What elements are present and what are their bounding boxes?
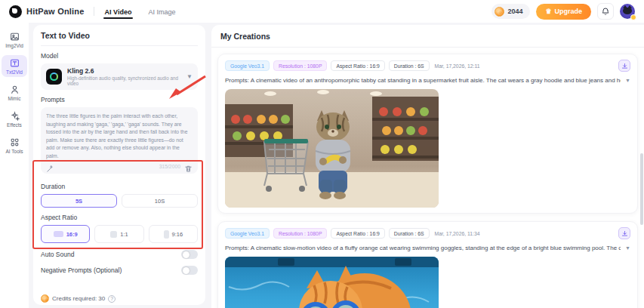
sidebar-item-mimic[interactable]: Mimic xyxy=(2,82,27,103)
vip-badge-icon xyxy=(630,14,636,20)
aspect-label-text: 9:16 xyxy=(172,231,183,238)
landscape-ratio-icon xyxy=(54,231,63,237)
creation-card: Google Veo3.1 Resolution : 1080P Aspect … xyxy=(217,221,638,308)
model-select[interactable]: Kling 2.6 High-definition audio quality,… xyxy=(41,63,198,90)
aspect-option-9-16[interactable]: 9:16 xyxy=(149,225,198,243)
negative-prompts-label: Negative Prompts (Optional) xyxy=(41,266,122,274)
panel-title: Text to Video xyxy=(41,31,198,46)
prompt-textarea[interactable]: The three little figures in the palm int… xyxy=(41,107,198,174)
brand-name: HitPaw Online xyxy=(26,7,85,16)
video-thumbnail-pool-cat[interactable] xyxy=(225,257,439,308)
sidebar-label: Txt2Vid xyxy=(6,69,23,75)
sidebar-label: Img2Vid xyxy=(5,43,23,48)
download-icon xyxy=(621,230,628,237)
aspect-label-text: 1:1 xyxy=(120,231,128,238)
sidebar-label: AI Tools xyxy=(5,149,23,154)
creation-date: Mar, 17,2026, 11:34 xyxy=(435,231,480,236)
download-button[interactable] xyxy=(618,227,630,239)
square-ratio-icon xyxy=(110,231,117,238)
sidebar-item-ai-tools[interactable]: AI Tools xyxy=(2,134,27,156)
text-to-video-panel: Text to Video Model Kling 2.6 High-defin… xyxy=(33,25,205,305)
creation-prompt: Prompts: A cinematic slow-motion video o… xyxy=(225,245,621,251)
duration-option-10s[interactable]: 10S xyxy=(122,194,198,208)
kling-model-icon xyxy=(46,69,62,85)
effects-icon xyxy=(10,111,20,121)
video-thumbnail-supermarket-cat[interactable] xyxy=(225,89,439,208)
tab-ai-image[interactable]: AI Image xyxy=(146,2,177,20)
aspect-option-1-1[interactable]: 1:1 xyxy=(94,225,143,243)
crown-icon: ♛ xyxy=(545,8,551,15)
sidebar-item-effects[interactable]: Effects xyxy=(2,108,27,130)
char-counter: 315/2000 xyxy=(159,164,180,169)
img2vid-icon xyxy=(10,32,20,42)
negative-prompts-toggle[interactable] xyxy=(181,266,198,275)
aspect-ratio-tag: Aspect Ratio : 16:9 xyxy=(331,228,384,239)
aspect-option-16-9[interactable]: 16:9 xyxy=(41,225,90,243)
mimic-icon xyxy=(10,85,20,94)
duration-tag: Duration : 6S xyxy=(389,228,430,239)
chevron-down-icon[interactable]: ▼ xyxy=(625,78,630,83)
vertical-scrollbar[interactable] xyxy=(640,153,643,225)
my-creations-title: My Creations xyxy=(211,25,644,48)
notifications-button[interactable] xyxy=(597,3,614,20)
trash-icon[interactable] xyxy=(184,162,193,171)
model-tag: Google Veo3.1 xyxy=(225,228,270,239)
auto-sound-toggle[interactable] xyxy=(181,250,198,259)
model-label: Model xyxy=(41,52,198,60)
sidebar-label: Effects xyxy=(7,122,22,128)
header-divider xyxy=(94,7,94,16)
auto-sound-label: Auto Sound xyxy=(41,251,74,258)
model-description: High-definition audio quality, synchroni… xyxy=(67,75,181,86)
tab-ai-video[interactable]: AI Video xyxy=(103,2,134,20)
credits-value: 2044 xyxy=(507,8,522,15)
resolution-tag: Resolution : 1080P xyxy=(273,228,327,239)
aspect-ratio-label: Aspect Ratio xyxy=(41,214,198,221)
credits-balance[interactable]: 2044 xyxy=(491,4,530,19)
portrait-ratio-icon xyxy=(164,230,169,239)
prompts-label: Prompts xyxy=(41,96,198,103)
sidebar-item-txt2vid[interactable]: Txt2Vid xyxy=(2,55,27,77)
duration-label: Duration xyxy=(41,183,198,190)
prompt-text: The three little figures in the palm int… xyxy=(46,112,193,161)
download-button[interactable] xyxy=(618,60,630,72)
creation-card: Google Veo3.1 Resolution : 1080P Aspect … xyxy=(217,54,638,214)
creation-prompt: Prompts: A cinematic video of an anthrop… xyxy=(225,77,621,84)
aspect-ratio-tag: Aspect Ratio : 16:9 xyxy=(331,60,384,71)
avatar-cat-image xyxy=(623,8,632,14)
model-tag: Google Veo3.1 xyxy=(225,60,270,71)
coin-icon xyxy=(495,7,504,17)
download-icon xyxy=(621,63,628,69)
user-avatar[interactable] xyxy=(620,4,635,19)
ai-tools-icon xyxy=(10,137,20,147)
upgrade-button[interactable]: ♛ Upgrade xyxy=(536,4,591,20)
creation-date: Mar, 17,2026, 12:11 xyxy=(435,63,480,69)
upgrade-label: Upgrade xyxy=(554,8,582,15)
sidebar-item-img2vid[interactable]: Img2Vid xyxy=(2,29,27,51)
chevron-down-icon[interactable]: ▼ xyxy=(625,245,630,251)
coin-icon xyxy=(41,294,49,303)
sidebar-label: Mimic xyxy=(8,96,21,101)
left-sidebar: Img2Vid Txt2Vid Mimic Effects AI Tools xyxy=(0,23,29,308)
resolution-tag: Resolution : 1080P xyxy=(273,60,327,71)
help-icon[interactable]: ? xyxy=(108,295,116,303)
credits-required-text: Credits required: 30 xyxy=(52,295,105,302)
rewrite-wand-icon[interactable] xyxy=(46,162,54,171)
duration-tag: Duration : 6S xyxy=(389,60,430,71)
my-creations-panel: My Creations Google Veo3.1 Resolution : … xyxy=(211,25,644,308)
duration-option-5s[interactable]: 5S xyxy=(41,194,117,208)
txt2vid-icon xyxy=(10,58,20,68)
chevron-down-icon: ▼ xyxy=(186,73,193,80)
model-name: Kling 2.6 xyxy=(67,67,181,75)
bell-icon xyxy=(601,7,610,16)
top-header: HitPaw Online AI Video AI Image 2044 ♛ U… xyxy=(0,0,644,23)
hitpaw-logo-icon xyxy=(9,5,22,18)
aspect-label-text: 16:9 xyxy=(66,231,78,238)
